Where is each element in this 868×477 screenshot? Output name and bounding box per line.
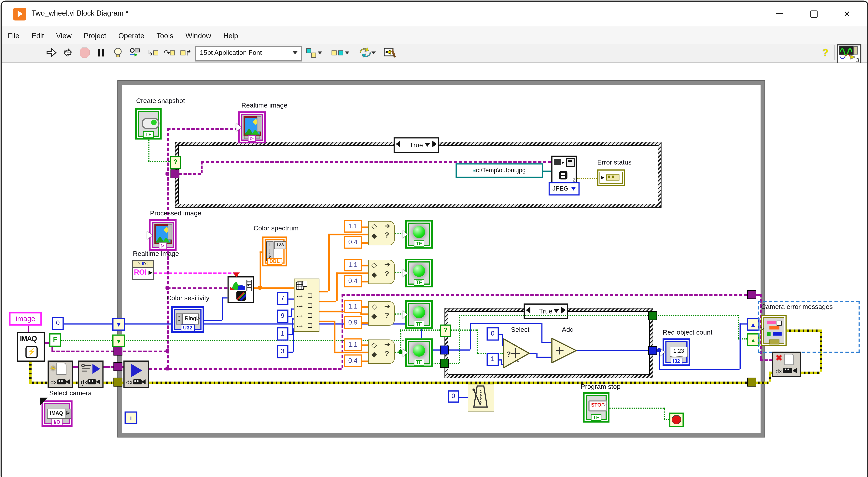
led-indicator-4[interactable]: TF xyxy=(405,338,433,367)
select-node[interactable]: ?TF xyxy=(503,338,530,370)
add-node[interactable] xyxy=(551,338,577,365)
count-init-constant[interactable]: 0 xyxy=(52,317,64,330)
menu-view[interactable]: View xyxy=(50,31,78,40)
menu-window[interactable]: Window xyxy=(180,31,217,40)
case-next-icon[interactable] xyxy=(561,307,566,314)
wait-ms-node[interactable] xyxy=(468,384,494,411)
threshold-lower-2[interactable]: 0.4 xyxy=(344,275,362,288)
case-tunnel-flag-in[interactable] xyxy=(440,359,449,368)
run-continuous-icon[interactable] xyxy=(62,47,75,59)
tunnel-error-in[interactable] xyxy=(113,378,122,387)
maximize-button[interactable] xyxy=(805,7,822,20)
tunnel-session-in[interactable] xyxy=(113,362,122,371)
step-into-icon[interactable]: ↳ xyxy=(146,47,160,59)
reorder-objects-icon[interactable] xyxy=(358,47,377,59)
roi-property-node[interactable]: ?!▮?! ROI ▶ xyxy=(132,260,154,280)
threshold-lower-1[interactable]: 0.4 xyxy=(344,236,362,249)
threshold-upper-3[interactable]: 1.1 xyxy=(344,300,362,313)
in-range-node-2[interactable]: ◇◆➜? xyxy=(368,260,395,284)
vi-icon[interactable]: 3 xyxy=(837,44,862,64)
threshold-upper-1[interactable]: 1.1 xyxy=(344,220,362,233)
threshold-upper-2[interactable]: 1.1 xyxy=(344,259,362,271)
case-selector-tunnel-count[interactable]: ? xyxy=(440,325,451,337)
processed-image-indicator[interactable]: ▷ xyxy=(149,219,177,251)
step-out-icon[interactable]: ↱ xyxy=(179,47,193,59)
imaq-write-file-node[interactable]: ▸ 2 xyxy=(551,156,577,184)
tunnel-image-in[interactable] xyxy=(113,347,122,356)
plane-constant-4[interactable]: 3 xyxy=(277,345,288,358)
menu-file[interactable]: File xyxy=(2,31,25,40)
path-constant[interactable]: ⌸c:\Temp\output.jpg xyxy=(456,163,543,178)
case-prev-icon[interactable] xyxy=(396,141,400,147)
case-tunnel-image[interactable] xyxy=(170,170,180,178)
create-snapshot-button[interactable]: TF xyxy=(135,108,162,140)
menu-help[interactable]: Help xyxy=(217,31,244,40)
plane-constant-3[interactable]: 1 xyxy=(277,327,288,340)
flag-init-constant[interactable]: F xyxy=(49,333,61,347)
select-false-constant[interactable]: 1 xyxy=(487,353,499,366)
case-tunnel-flag-out[interactable] xyxy=(648,311,657,320)
shift-register-left-flag[interactable]: ▼ xyxy=(113,334,125,348)
chevron-down-icon[interactable] xyxy=(425,143,430,147)
in-range-node-4[interactable]: ◇◆➜? xyxy=(368,339,395,364)
case-next-icon[interactable] xyxy=(432,141,437,147)
menu-tools[interactable]: Tools xyxy=(150,31,180,40)
led-indicator-3[interactable]: TF xyxy=(405,300,433,329)
plane-constant-1[interactable]: 7 xyxy=(277,292,288,305)
threshold-lower-4[interactable]: 0.4 xyxy=(344,355,362,367)
in-range-node-3[interactable]: ◇◆➜? xyxy=(368,301,395,326)
tunnel-error-out[interactable] xyxy=(747,378,756,387)
select-camera-control[interactable]: IMAQ ▼ ▷ I/O xyxy=(41,400,72,427)
distribute-objects-icon[interactable] xyxy=(332,47,349,59)
cleanup-diagram-icon[interactable] xyxy=(382,47,398,59)
tunnel-image-out[interactable] xyxy=(747,290,756,299)
chevron-down-icon[interactable] xyxy=(554,309,559,313)
step-over-icon[interactable]: ↷ xyxy=(162,47,177,59)
index-array-node[interactable]: ▪🠖 ▪🠖 ▪🠖 ▪🠖 xyxy=(294,278,319,332)
case-prev-icon[interactable] xyxy=(526,307,530,314)
loop-condition-terminal[interactable] xyxy=(669,413,684,427)
led-indicator-1[interactable]: TF xyxy=(405,220,433,248)
imaq-create-node[interactable]: IMAQ ⚡ xyxy=(17,332,45,362)
error-status-indicator[interactable]: ▶ xyxy=(597,170,625,186)
image-name-constant[interactable]: image xyxy=(9,312,42,326)
align-objects-icon[interactable] xyxy=(305,47,323,59)
threshold-lower-3[interactable]: 0.9 xyxy=(344,316,362,329)
highlight-execution-icon[interactable] xyxy=(112,47,124,59)
imaqdx-grab-node[interactable]: d̦x xyxy=(123,361,149,388)
red-object-count-indicator[interactable]: 1.23 I32 xyxy=(662,338,690,366)
shift-register-right-count[interactable]: ▲ xyxy=(747,318,760,331)
case-tunnel-count-in[interactable] xyxy=(440,346,449,355)
wait-ms-constant[interactable]: 0 xyxy=(448,390,459,403)
realtime-image-indicator[interactable]: ▷ xyxy=(238,111,266,143)
font-selector[interactable]: 15pt Application Font xyxy=(195,46,302,62)
case-selector-tunnel-save[interactable]: ? xyxy=(170,156,181,169)
color-sensitivity-ring[interactable]: ▲▼ Ring ▷ U32 xyxy=(171,306,204,333)
abort-icon[interactable] xyxy=(79,47,91,59)
title-bar[interactable]: Two_wheel.vi Block Diagram * ✕ xyxy=(2,2,867,26)
camera-error-indicator[interactable]: ▷ xyxy=(761,315,786,346)
jpeg-format-ring[interactable]: JPEG xyxy=(549,182,580,196)
plane-constant-2[interactable]: 9 xyxy=(277,309,288,323)
led-indicator-2[interactable]: TF xyxy=(405,259,433,288)
case-tunnel-count-out[interactable] xyxy=(648,346,657,355)
program-stop-button[interactable]: STOP ▷ TF xyxy=(583,392,610,422)
close-button[interactable]: ✕ xyxy=(839,7,855,20)
imaqdx-configure-grab-node[interactable]: d̦x xyxy=(78,361,103,388)
shift-register-right-flag[interactable]: ▲ xyxy=(747,333,760,346)
threshold-upper-4[interactable]: 1.1 xyxy=(344,338,362,351)
run-icon[interactable] xyxy=(45,47,58,59)
retain-wire-values-icon[interactable] xyxy=(128,47,142,59)
context-help-icon[interactable]: ? xyxy=(820,47,831,59)
case-selector-save[interactable]: True xyxy=(394,137,439,153)
case-selector-count[interactable]: True xyxy=(524,303,568,319)
menu-edit[interactable]: Edit xyxy=(25,31,50,40)
menu-project[interactable]: Project xyxy=(78,31,112,40)
iteration-terminal[interactable]: i xyxy=(125,412,137,424)
select-true-constant[interactable]: 0 xyxy=(487,327,499,340)
imaqdx-open-camera-node[interactable]: ✳ d̦x xyxy=(48,361,73,388)
in-range-node-1[interactable]: ◇◆➜? xyxy=(368,221,395,245)
color-histogram-node[interactable]: ➜ xyxy=(227,276,254,303)
minimize-button[interactable] xyxy=(771,7,788,20)
block-diagram[interactable]: True True ▼ ▼ ▲ ▲ i ? ? xyxy=(2,63,867,477)
